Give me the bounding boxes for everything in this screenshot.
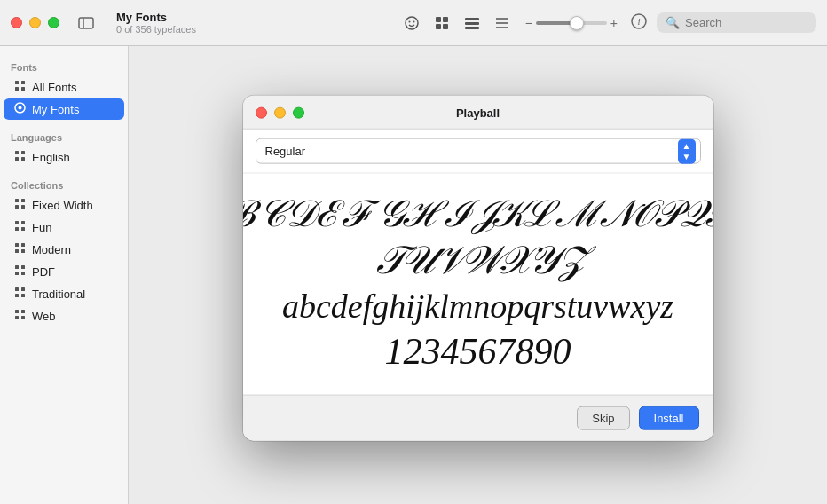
preview-line-3: abcdefghijklmnopqrstuvwxyz: [282, 287, 673, 327]
search-icon: 🔍: [666, 16, 680, 29]
svg-rect-19: [15, 87, 19, 91]
modern-icon: [14, 242, 26, 256]
svg-rect-18: [21, 81, 25, 84]
detail-view-button[interactable]: [490, 11, 515, 35]
dialog-title: Playball: [456, 106, 500, 120]
sidebar-item-web[interactable]: Web: [4, 305, 124, 327]
maximize-button[interactable]: [48, 17, 59, 28]
fixed-width-icon: [14, 198, 26, 212]
web-icon: [14, 309, 26, 323]
svg-rect-7: [436, 24, 441, 29]
minus-icon: −: [525, 16, 532, 30]
svg-rect-36: [21, 243, 25, 247]
font-size-slider-container: − +: [525, 16, 618, 30]
font-dialog: Playball Regular ▲▼ 𝒜ℬ𝒞𝒟ℰℱ𝒢ℋℐ𝒥: [243, 96, 713, 441]
svg-point-4: [413, 20, 414, 22]
svg-rect-46: [21, 294, 25, 297]
sidebar-item-traditional[interactable]: Traditional: [4, 283, 124, 304]
my-fonts-icon: [14, 102, 26, 116]
svg-point-2: [406, 17, 418, 29]
font-size-slider[interactable]: [536, 21, 607, 25]
svg-rect-39: [15, 265, 19, 269]
svg-rect-37: [15, 249, 19, 253]
fun-label: Fun: [32, 221, 51, 234]
grid-view-button[interactable]: [429, 11, 454, 35]
svg-rect-26: [21, 157, 25, 161]
svg-rect-6: [443, 17, 448, 22]
search-input[interactable]: [685, 16, 807, 29]
pdf-label: PDF: [32, 265, 55, 279]
sidebar-item-my-fonts[interactable]: My Fonts: [4, 98, 124, 120]
dialog-maximize-button[interactable]: [293, 107, 304, 119]
svg-rect-5: [436, 17, 441, 22]
svg-rect-44: [21, 287, 25, 291]
svg-rect-45: [15, 294, 19, 297]
dialog-window-controls: [256, 107, 304, 119]
svg-rect-25: [15, 157, 19, 161]
dialog-close-button[interactable]: [256, 107, 267, 119]
web-label: Web: [32, 310, 56, 323]
sidebar-item-english[interactable]: English: [4, 146, 124, 168]
title-bar: My Fonts 0 of 356 typefaces − + i 🔍: [0, 0, 827, 46]
skip-button[interactable]: Skip: [577, 406, 629, 430]
my-fonts-label: My Fonts: [32, 103, 79, 116]
install-button[interactable]: Install: [639, 406, 699, 430]
dialog-minimize-button[interactable]: [274, 107, 286, 119]
preview-line-2: 𝒯𝒰𝒱𝒲𝒳𝒴𝒵: [374, 238, 581, 285]
sidebar-item-modern[interactable]: Modern: [4, 239, 124, 260]
smiley-view-button[interactable]: [399, 11, 424, 35]
svg-rect-24: [21, 151, 25, 154]
font-variant-select[interactable]: Regular: [256, 138, 701, 164]
svg-rect-47: [15, 310, 19, 313]
sidebar-toggle-button[interactable]: [74, 14, 98, 32]
variant-dropdown-row: Regular ▲▼: [243, 130, 713, 174]
plus-icon: +: [610, 16, 618, 30]
preview-line-4: 1234567890: [385, 328, 571, 373]
sidebar-item-all-fonts[interactable]: All Fonts: [4, 76, 124, 98]
modern-label: Modern: [32, 243, 71, 256]
dialog-body: Regular ▲▼ 𝒜ℬ𝒞𝒟ℰℱ𝒢ℋℐ𝒥𝒦ℒℳ𝒩𝒪𝒫𝒬ℛ𝒮 𝒯𝒰𝒱𝒲𝒳𝒴𝒵: [243, 130, 713, 395]
svg-rect-11: [465, 27, 479, 29]
grid-icon: [435, 16, 449, 30]
sidebar-item-fixed-width[interactable]: Fixed Width: [4, 194, 124, 216]
search-box[interactable]: 🔍: [657, 12, 816, 33]
title-info: My Fonts 0 of 356 typefaces: [116, 11, 399, 35]
content-area: Playball Regular ▲▼ 𝒜ℬ𝒞𝒟ℰℱ𝒢ℋℐ𝒥: [129, 46, 827, 504]
all-fonts-label: All Fonts: [32, 81, 77, 94]
info-button[interactable]: i: [628, 12, 650, 34]
close-button[interactable]: [11, 17, 22, 28]
svg-rect-28: [21, 199, 25, 202]
minimize-button[interactable]: [29, 17, 41, 28]
svg-rect-0: [79, 18, 93, 28]
app-title: My Fonts: [116, 11, 399, 24]
svg-rect-35: [15, 243, 19, 247]
svg-point-3: [408, 20, 410, 22]
svg-rect-49: [15, 316, 19, 319]
select-arrows[interactable]: ▲▼: [678, 138, 696, 163]
svg-rect-17: [15, 81, 19, 84]
list-view-button[interactable]: [460, 11, 484, 35]
svg-rect-42: [21, 272, 25, 275]
svg-rect-29: [15, 205, 19, 209]
svg-rect-33: [15, 227, 19, 231]
svg-rect-30: [21, 205, 25, 209]
font-preview-area: 𝒜ℬ𝒞𝒟ℰℱ𝒢ℋℐ𝒥𝒦ℒℳ𝒩𝒪𝒫𝒬ℛ𝒮 𝒯𝒰𝒱𝒲𝒳𝒴𝒵 abcdefghijkl…: [243, 174, 713, 395]
languages-section-label: Languages: [0, 127, 128, 146]
svg-point-22: [19, 106, 22, 110]
fun-icon: [14, 220, 26, 234]
pdf-icon: [14, 264, 26, 279]
info-icon: i: [631, 13, 647, 29]
sidebar: Fonts All Fonts My Fonts Languages Engli…: [0, 46, 129, 504]
traditional-icon: [14, 287, 26, 301]
svg-rect-31: [15, 221, 19, 224]
main-layout: Fonts All Fonts My Fonts Languages Engli…: [0, 46, 827, 504]
sidebar-item-pdf[interactable]: PDF: [4, 261, 124, 282]
traditional-label: Traditional: [32, 287, 85, 301]
english-icon: [14, 150, 26, 164]
lines-icon: [464, 17, 480, 29]
svg-rect-40: [21, 265, 25, 269]
sidebar-item-fun[interactable]: Fun: [4, 217, 124, 238]
fixed-width-label: Fixed Width: [32, 199, 93, 212]
dialog-footer: Skip Install: [243, 395, 713, 441]
collections-section-label: Collections: [0, 175, 128, 193]
